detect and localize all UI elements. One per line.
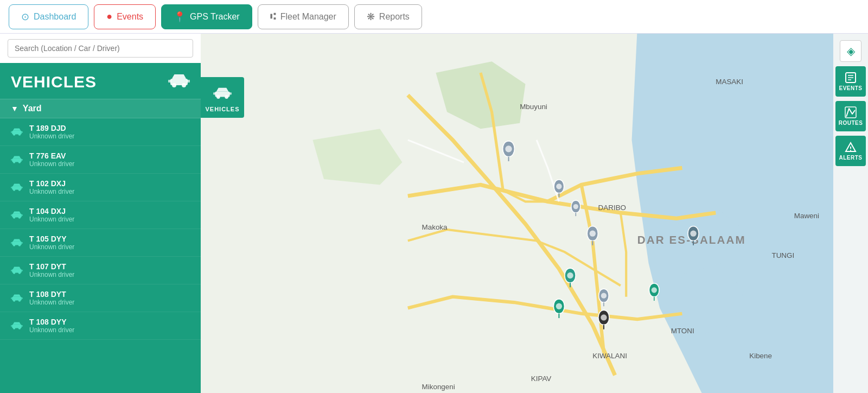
svg-point-11 — [13, 161, 15, 163]
reports-icon: ❋ — [367, 11, 375, 23]
events-right-label: EVENTS — [839, 85, 862, 91]
alerts-right-label: ALERTS — [839, 155, 863, 161]
vehicle-list-item[interactable]: T 102 DXJ Unknown driver — [0, 174, 201, 201]
vehicle-list-item[interactable]: T 776 EAV Unknown driver — [0, 146, 201, 174]
svg-text:Makoka: Makoka — [422, 223, 448, 231]
vehicle-id: T 104 DXJ — [29, 207, 74, 215]
nav-reports-button[interactable]: ❋ Reports — [354, 4, 422, 29]
vehicle-list-item[interactable]: T 107 DYT Unknown driver — [0, 257, 201, 284]
dashboard-icon: ⊙ — [21, 11, 29, 23]
svg-point-6 — [13, 133, 15, 135]
svg-point-65 — [573, 204, 578, 209]
vehicle-car-icon — [11, 126, 23, 138]
vehicle-car-icon — [11, 209, 23, 221]
layers-icon: ◈ — [847, 45, 855, 58]
fleet-manager-label: Fleet Manager — [280, 12, 336, 22]
svg-point-21 — [13, 216, 15, 218]
svg-point-64 — [556, 183, 561, 189]
vehicle-driver: Unknown driver — [29, 188, 74, 195]
svg-text:MASAKI: MASAKI — [716, 78, 743, 86]
vehicle-id: T 108 DYT — [29, 290, 74, 299]
vehicle-driver: Unknown driver — [29, 132, 74, 140]
vehicle-driver: Unknown driver — [29, 160, 74, 168]
vehicle-car-icon — [11, 320, 23, 332]
svg-point-32 — [18, 271, 21, 274]
nav-fleet-manager-button[interactable]: ⑆ Fleet Manager — [258, 4, 349, 29]
svg-text:KIWALANI: KIWALANI — [592, 352, 627, 360]
svg-point-70 — [556, 303, 562, 309]
search-input[interactable] — [8, 39, 193, 58]
float-vehicles-label: VEHICLES — [205, 106, 239, 112]
nav-gps-tracker-button[interactable]: 📍 GPS Tracker — [161, 4, 252, 29]
events-icon: ● — [106, 11, 112, 22]
svg-point-46 — [216, 95, 220, 99]
vehicle-car-icon — [11, 264, 23, 277]
float-car-icon — [213, 86, 232, 103]
svg-text:Mbuyuni: Mbuyuni — [520, 103, 547, 111]
svg-rect-18 — [11, 186, 12, 188]
svg-point-47 — [225, 95, 228, 99]
svg-rect-34 — [21, 269, 23, 271]
vehicle-driver: Unknown driver — [29, 299, 74, 306]
map-svg: MASAKI Mbuyuni Makoka DARIBO DAR ES-SALA… — [201, 34, 833, 393]
svg-rect-49 — [229, 92, 232, 94]
svg-rect-38 — [11, 297, 12, 299]
vehicle-id: T 776 EAV — [29, 151, 74, 160]
routes-right-button[interactable]: ROUTES — [835, 101, 866, 131]
svg-rect-44 — [21, 325, 23, 326]
svg-point-37 — [18, 299, 21, 301]
svg-text:Kibene: Kibene — [749, 352, 772, 360]
sidebar: VEHICLES ▼ Yard — [0, 34, 201, 393]
vehicles-car-icon — [168, 73, 190, 91]
layers-button[interactable]: ◈ — [840, 40, 861, 62]
svg-text:DARIBO: DARIBO — [598, 204, 626, 212]
vehicle-list-item[interactable]: T 104 DXJ Unknown driver — [0, 201, 201, 229]
events-right-button[interactable]: EVENTS — [835, 66, 866, 97]
vehicle-list-item[interactable]: T 108 DYT Unknown driver — [0, 284, 201, 312]
routes-right-icon — [845, 106, 857, 118]
nav-dashboard-button[interactable]: ⊙ Dashboard — [9, 4, 88, 29]
gps-icon: 📍 — [174, 11, 186, 23]
vehicle-driver: Unknown driver — [29, 326, 74, 334]
nav-events-button[interactable]: ● Events — [94, 4, 156, 29]
svg-rect-48 — [213, 92, 216, 94]
chevron-down-icon: ▼ — [11, 104, 18, 113]
vehicle-id: T 102 DXJ — [29, 179, 74, 188]
svg-rect-9 — [21, 131, 23, 132]
alerts-right-icon — [845, 141, 857, 153]
vehicles-float-button[interactable]: VEHICLES — [201, 77, 244, 118]
vehicle-list-item[interactable]: T 105 DYY Unknown driver — [0, 229, 201, 257]
svg-point-41 — [13, 327, 15, 329]
vehicle-car-icon — [11, 237, 23, 249]
svg-point-36 — [13, 299, 15, 301]
svg-point-2 — [182, 83, 186, 87]
svg-rect-13 — [11, 159, 12, 160]
search-bar — [0, 34, 201, 63]
main-layout: VEHICLES ▼ Yard — [0, 34, 868, 393]
yard-header[interactable]: ▼ Yard — [0, 99, 201, 118]
vehicle-id: T 107 DYT — [29, 262, 74, 271]
vehicles-header: VEHICLES — [0, 63, 201, 99]
svg-point-69 — [601, 293, 607, 299]
yard-section: ▼ Yard — [0, 99, 201, 118]
map-container[interactable]: MASAKI Mbuyuni Makoka DARIBO DAR ES-SALA… — [201, 34, 833, 393]
events-right-icon — [845, 72, 857, 84]
svg-point-12 — [18, 161, 21, 163]
svg-point-79 — [850, 150, 851, 151]
vehicle-list-item[interactable]: T 189 DJD Unknown driver — [0, 118, 201, 146]
vehicle-list-item[interactable]: T 108 DYY Unknown driver — [0, 312, 201, 340]
svg-rect-4 — [187, 80, 190, 83]
vehicle-car-icon — [11, 154, 23, 166]
svg-rect-43 — [11, 325, 12, 326]
svg-point-26 — [13, 244, 15, 246]
vehicle-driver: Unknown driver — [29, 215, 74, 223]
vehicles-title: VEHICLES — [11, 73, 97, 91]
alerts-right-button[interactable]: ALERTS — [835, 136, 866, 166]
svg-rect-8 — [11, 131, 12, 132]
svg-point-1 — [172, 83, 176, 87]
reports-label: Reports — [379, 12, 410, 22]
svg-text:TUNGI: TUNGI — [771, 251, 794, 259]
svg-rect-14 — [21, 159, 23, 160]
right-sidebar: ◈ EVENTS ROUTES ALERTS — [833, 34, 868, 393]
svg-point-42 — [18, 327, 21, 329]
